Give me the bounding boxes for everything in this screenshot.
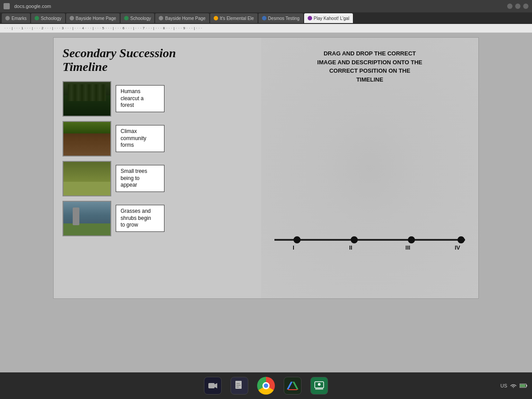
item-small-trees-image: [63, 161, 111, 196]
svg-rect-5: [236, 387, 239, 387]
browser-close-icon[interactable]: [523, 4, 528, 9]
left-panel: Secondary Succession Timeline Humansclea…: [54, 38, 264, 298]
taskbar-chrome-icon[interactable]: [257, 377, 275, 395]
item-humans-image: [63, 81, 111, 117]
right-panel: DRAG AND DROP THE CORRECT IMAGE AND DESC…: [261, 38, 478, 298]
svg-marker-8: [293, 382, 298, 389]
svg-rect-4: [236, 385, 241, 386]
browser-favicon: [4, 3, 10, 9]
slide-title: Secondary Succession Timeline: [63, 47, 255, 74]
browser-icons: [507, 4, 528, 9]
browser-url: docs.google.com: [14, 4, 51, 9]
timeline-point-1: [293, 236, 301, 243]
taskbar-drive-icon[interactable]: [284, 377, 301, 395]
tab-bayside-2[interactable]: Bayside Home Page: [155, 13, 209, 23]
slide-title-line2: Timeline: [63, 60, 108, 74]
tab-kahoot-label: Play Kahoot! L'gal: [314, 16, 349, 21]
ruler-text: · · · | · · · 1 · · · | · · · 2 · · · | …: [4, 26, 202, 30]
svg-rect-0: [208, 383, 215, 388]
svg-rect-3: [236, 383, 240, 384]
svg-marker-9: [287, 389, 298, 390]
timeline-label-1: I: [293, 244, 294, 251]
tab-kahoot[interactable]: Play Kahoot! L'gal: [304, 13, 353, 23]
item-humans[interactable]: Humansclearcut aforest: [63, 81, 255, 117]
tab-schoology-1[interactable]: Schoology: [31, 13, 65, 23]
taskbar-classroom-icon[interactable]: [310, 377, 328, 395]
browser-maximize-icon[interactable]: [515, 4, 520, 9]
item-grasses-label: Grasses andshrubs beginto grow: [116, 205, 164, 232]
timeline-point-3: [408, 236, 415, 243]
taskbar-files-icon[interactable]: [231, 377, 248, 395]
instructions-line2: IMAGE AND DESCRIPTION ONTO THE: [268, 58, 471, 67]
svg-rect-12: [315, 388, 323, 390]
item-climax-image: [63, 121, 111, 156]
item-climax[interactable]: Climaxcommunityforms: [63, 121, 255, 156]
taskbar-status: US: [501, 383, 528, 388]
tab-bayside1-icon: [70, 16, 74, 20]
tab-schoology2-label: Schoology: [130, 16, 151, 21]
browser-chrome: docs.google.com: [0, 0, 532, 12]
instructions-line3: CORRECT POSITION ON THE: [268, 66, 471, 75]
tab-schoology1-label: Schoology: [41, 16, 62, 21]
svg-marker-1: [215, 383, 217, 388]
camera-svg: [207, 382, 218, 390]
wifi-icon: [510, 383, 517, 388]
tab-schoology-2[interactable]: Schoology: [121, 13, 155, 23]
files-svg: [235, 380, 244, 391]
classroom-svg: [314, 381, 324, 390]
tab-desmos-label: Desmos Testing: [268, 16, 300, 21]
battery-icon: [520, 383, 528, 388]
timeline-label-2: II: [349, 244, 352, 251]
chrome-center: [262, 382, 270, 389]
tab-bayside2-icon: [159, 16, 163, 20]
tab-elemental[interactable]: It's Elemental Ele: [210, 13, 258, 23]
taskbar-locale: US: [501, 383, 507, 388]
svg-point-11: [318, 383, 321, 386]
timeline-point-4: [458, 236, 465, 243]
tab-bayside2-label: Bayside Home Page: [165, 16, 205, 21]
timeline-label-4: IV: [455, 244, 460, 251]
item-humans-label: Humansclearcut aforest: [116, 85, 164, 112]
taskbar-camera-icon[interactable]: [204, 377, 222, 395]
tab-desmos-icon: [262, 16, 266, 20]
drive-svg: [286, 380, 299, 391]
item-grasses[interactable]: Grasses andshrubs beginto grow: [63, 201, 255, 236]
timeline-label-3: III: [406, 244, 411, 251]
tab-desmos[interactable]: Desmos Testing: [258, 13, 303, 23]
item-grasses-image: [63, 201, 111, 236]
svg-marker-7: [287, 382, 293, 389]
tab-elemental-label: It's Elemental Ele: [220, 16, 254, 21]
document-area: Secondary Succession Timeline Humansclea…: [0, 33, 532, 372]
tab-bayside-1[interactable]: Bayside Home Page: [66, 13, 120, 23]
item-small-trees-label: Small treesbeing toappear: [116, 165, 164, 192]
instructions-line1: DRAG AND DROP THE CORRECT: [268, 49, 471, 58]
tab-emarks-icon: [5, 16, 10, 20]
timeline-point-2: [351, 236, 358, 243]
instructions-line4: TIMELINE: [268, 75, 471, 84]
svg-rect-15: [520, 384, 525, 387]
tab-bayside1-label: Bayside Home Page: [76, 16, 116, 21]
item-climax-label: Climaxcommunityforms: [116, 125, 164, 152]
tab-schoology1-icon: [35, 16, 39, 20]
item-small-trees[interactable]: Small treesbeing toappear: [63, 161, 255, 196]
instructions-box: DRAG AND DROP THE CORRECT IMAGE AND DESC…: [266, 47, 474, 86]
tab-schoology2-icon: [124, 16, 129, 20]
slide-title-line1: Secondary Succession: [63, 46, 176, 60]
taskbar: US: [0, 372, 532, 399]
tab-emarks-label: Emarks: [12, 16, 27, 21]
tab-emarks[interactable]: Emarks: [2, 13, 30, 23]
browser-minimize-icon[interactable]: [507, 4, 512, 9]
tab-elemental-icon: [214, 16, 218, 20]
items-container: Humansclearcut aforest Climaxcommunityfo…: [63, 81, 255, 236]
ruler: · · · | · · · 1 · · · | · · · 2 · · · | …: [0, 24, 532, 33]
tab-kahoot-icon: [308, 16, 312, 20]
slide: Secondary Succession Timeline Humansclea…: [53, 37, 479, 299]
tab-bar: Emarks Schoology Bayside Home Page Schoo…: [0, 12, 532, 24]
timeline-line: I II III IV: [274, 239, 465, 241]
timeline-container: I II III IV: [266, 239, 474, 241]
svg-rect-14: [526, 385, 527, 387]
